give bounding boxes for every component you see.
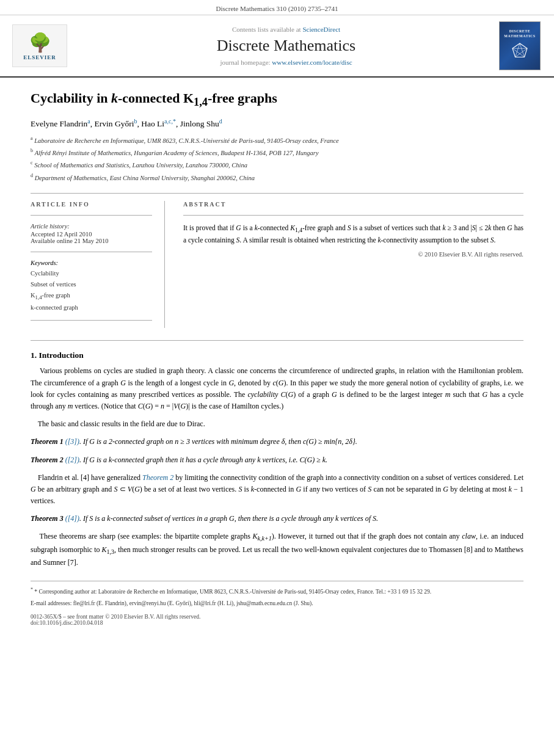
abstract-text: It is proved that if G is a k-connected … [183,223,523,246]
article-history: Article history: Accepted 12 April 2010 … [31,223,152,244]
author4-sup: d [219,117,222,124]
abstract-col: ABSTRACT It is proved that if G is a k-c… [183,201,523,329]
kw1: Cyclability [31,268,152,279]
affiliation-c: c School of Mathematics and Statistics, … [31,159,523,170]
thm2-ref: ([2]). If G is a k-connected graph then … [65,456,327,464]
journal-title: Discrete Mathematics [83,37,489,55]
journal-cover-right: DISCRETE MATHEMATICS [499,21,542,70]
intro-para3: Flandrin et al. [4] have generalized The… [31,472,523,507]
theorem2: Theorem 2 ([2]). If G is a k-connected g… [31,454,523,466]
thm2-label: Theorem 2 [31,456,65,464]
info-divider [31,215,152,216]
author1: Evelyne Flandrina, Ervin Győrib, Hao Lia… [31,119,222,128]
svg-line-3 [512,48,525,57]
thm1-label: Theorem 1 [31,437,65,446]
and-word: and [475,545,485,554]
journal-homepage: journal homepage: www.elsevier.com/locat… [83,59,489,66]
page-container: Discrete Mathematics 310 (2010) 2735–274… [0,0,554,756]
footnote-section: * * Corresponding author at: Laboratoire… [31,581,523,608]
affiliation-a: a Laboratoire de Recherche en Informatiq… [31,135,523,146]
affiliations: a Laboratoire de Recherche en Informatiq… [31,135,523,183]
elsevier-logo: 🌳 ELSEVIER [12,24,67,67]
theorem3: Theorem 3 ([4]). If S is a k-connected s… [31,513,523,525]
journal-citation: Discrete Mathematics 310 (2010) 2735–274… [216,5,338,12]
svg-line-1 [516,43,520,57]
svg-line-4 [516,48,528,57]
copyright-line: © 2010 Elsevier B.V. All rights reserved… [183,251,523,258]
elsevier-label: ELSEVIER [23,54,56,60]
science-direct-line: Contents lists available at ScienceDirec… [83,26,489,33]
tree-icon: 🌳 [29,32,51,53]
intro-para4: These theorems are sharp (see examples: … [31,531,523,569]
keywords-list: Cyclability Subset of vertices K1,4-free… [31,268,152,313]
affiliation-d: d Department of Mathematics, East China … [31,172,523,183]
history-label: Article history: [31,223,152,230]
bottom-info: 0012-365X/$ – see front matter © 2010 El… [31,614,523,626]
accepted-date: Accepted 12 April 2010 [31,231,152,238]
kw4: k-connected graph [31,302,152,313]
elsevier-logo-area: 🌳 ELSEVIER [12,24,73,67]
abstract-divider [183,215,523,216]
article-info-col: ARTICLE INFO Article history: Accepted 1… [31,201,165,329]
author1-sup: a [87,117,90,124]
cover-pentagon-svg [511,42,529,60]
svg-line-2 [520,43,525,57]
footnote-email: E-mail addresses: fle@lri.fr (E. Flandri… [31,599,523,608]
keywords-divider [31,252,152,252]
thm1-ref: ([3]). If G is a 2-connected graph on n … [65,437,357,446]
title-k: k [111,90,118,106]
article-content: Cyclability in k-connected K1,4-free gra… [0,78,554,638]
thm3-label: Theorem 3 [31,514,65,523]
divider-after-affiliations [31,193,523,194]
thm3-ref: ([4]). If S is a k-connected subset of v… [65,514,378,523]
author3-sup: a,c,* [164,117,176,124]
article-authors: Evelyne Flandrina, Ervin Győrib, Hao Lia… [31,117,523,129]
title-sub: 1,4 [194,96,208,108]
journal-top-bar: Discrete Mathematics 310 (2010) 2735–274… [0,0,554,15]
journal-center: Contents lists available at ScienceDirec… [83,26,489,66]
article-title: Cyclability in k-connected K1,4-free gra… [31,90,523,110]
doi-line: doi:10.1016/j.disc.2010.04.018 [31,620,523,626]
affiliation-b: b Alfréd Rényi Institute of Mathematics,… [31,147,523,158]
article-meta-row: ARTICLE INFO Article history: Accepted 1… [31,201,523,329]
abstract-label: ABSTRACT [183,201,523,208]
kw3: K1,4-free graph [31,290,152,302]
divider-before-intro [31,340,523,341]
author2-sup: b [134,117,137,124]
homepage-link[interactable]: www.elsevier.com/locate/disc [272,59,352,66]
journal-header: 🌳 ELSEVIER Contents lists available at S… [0,15,554,78]
issn-line: 0012-365X/$ – see front matter © 2010 El… [31,614,523,620]
keywords-label: Keywords: [31,260,152,266]
intro-para1: Various problems on cycles are studied i… [31,365,523,412]
available-date: Available online 21 May 2010 [31,238,152,244]
theorem1: Theorem 1 ([3]). If G is a 2-connected g… [31,436,523,448]
intro-section-title: 1. Introduction [31,351,523,360]
cover-title: DISCRETE MATHEMATICS [502,29,538,39]
science-direct-link[interactable]: ScienceDirect [302,26,340,33]
keywords-group: Keywords: Cyclability Subset of vertices… [31,260,152,313]
footnote-star: * * Corresponding author at: Laboratoire… [31,586,523,596]
kw2: Subset of vertices [31,279,152,290]
article-info-label: ARTICLE INFO [31,201,152,208]
cover-image: DISCRETE MATHEMATICS [499,21,541,70]
info-bottom-divider [31,320,152,321]
intro-para2: The basic and classic results in the fie… [31,418,523,430]
